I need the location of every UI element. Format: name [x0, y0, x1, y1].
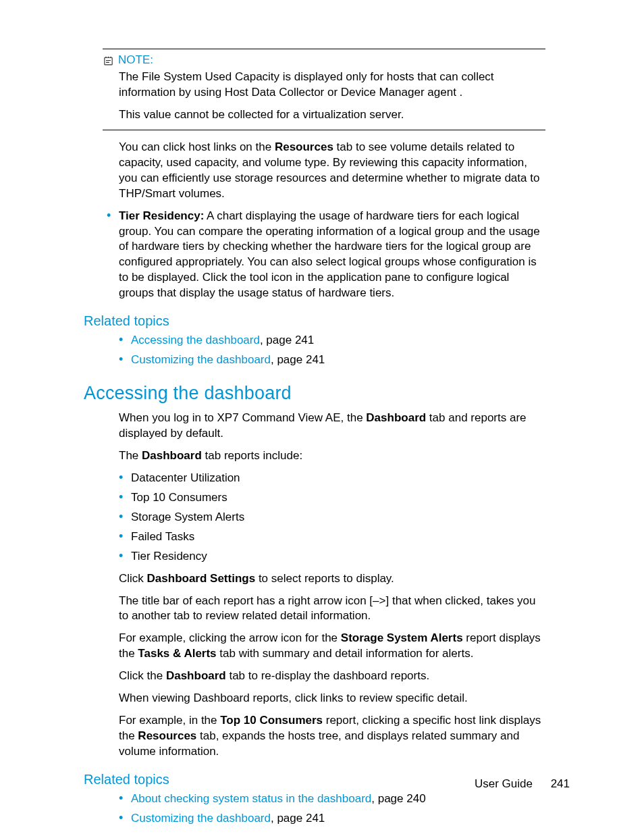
- list-item: Customizing the dashboard, page 241: [119, 811, 545, 827]
- body-paragraph: The Dashboard tab reports include:: [119, 448, 545, 464]
- body-paragraph: When you log in to XP7 Command View AE, …: [119, 411, 545, 442]
- body-paragraph: For example, in the Top 10 Consumers rep…: [119, 713, 545, 760]
- note-block: NOTE: The File System Used Capacity is d…: [103, 49, 545, 130]
- related-topics-list: Accessing the dashboard, page 241 Custom…: [119, 333, 545, 368]
- link-customizing-dashboard[interactable]: Customizing the dashboard: [131, 812, 271, 825]
- body-paragraph: Click Dashboard Settings to select repor…: [119, 571, 545, 587]
- list-item: Accessing the dashboard, page 241: [119, 333, 545, 348]
- list-item: Customizing the dashboard, page 241: [119, 353, 545, 368]
- list-item: Tier Residency: [119, 549, 545, 565]
- list-item: Failed Tasks: [119, 529, 545, 545]
- list-item: About checking system status in the dash…: [119, 791, 545, 807]
- link-accessing-dashboard[interactable]: Accessing the dashboard: [131, 334, 260, 346]
- note-paragraph: This value cannot be collected for a vir…: [119, 107, 545, 123]
- body-paragraph: Click the Dashboard tab to re-display th…: [119, 669, 545, 684]
- related-topics-heading: Related topics: [84, 313, 545, 329]
- related-topics-list: About checking system status in the dash…: [119, 791, 545, 827]
- footer-label: User Guide: [475, 777, 533, 790]
- body-paragraph: You can click host links on the Resource…: [119, 140, 545, 202]
- svg-rect-0: [105, 57, 112, 65]
- list-item: Tier Residency: A chart displaying the u…: [107, 209, 545, 302]
- link-customizing-dashboard[interactable]: Customizing the dashboard: [131, 353, 271, 366]
- note-rule: [103, 130, 545, 130]
- note-paragraph: The File System Used Capacity is display…: [119, 70, 545, 101]
- page-footer: User Guide 241: [0, 777, 644, 791]
- link-about-checking-status[interactable]: About checking system status in the dash…: [131, 792, 371, 805]
- list-item: Top 10 Consumers: [119, 490, 545, 506]
- list-item: Datacenter Utilization: [119, 471, 545, 486]
- body-paragraph: When viewing Dashboard reports, click li…: [119, 691, 545, 706]
- note-icon: [103, 55, 114, 66]
- reports-list: Datacenter Utilization Top 10 Consumers …: [119, 471, 545, 565]
- bullet-list: Tier Residency: A chart displaying the u…: [107, 209, 545, 302]
- body-paragraph: For example, clicking the arrow icon for…: [119, 631, 545, 662]
- note-label: NOTE:: [118, 53, 153, 67]
- list-item: Storage System Alerts: [119, 510, 545, 525]
- page-number: 241: [551, 777, 570, 790]
- section-heading-accessing: Accessing the dashboard: [84, 383, 545, 404]
- body-paragraph: The title bar of each report has a right…: [119, 594, 545, 625]
